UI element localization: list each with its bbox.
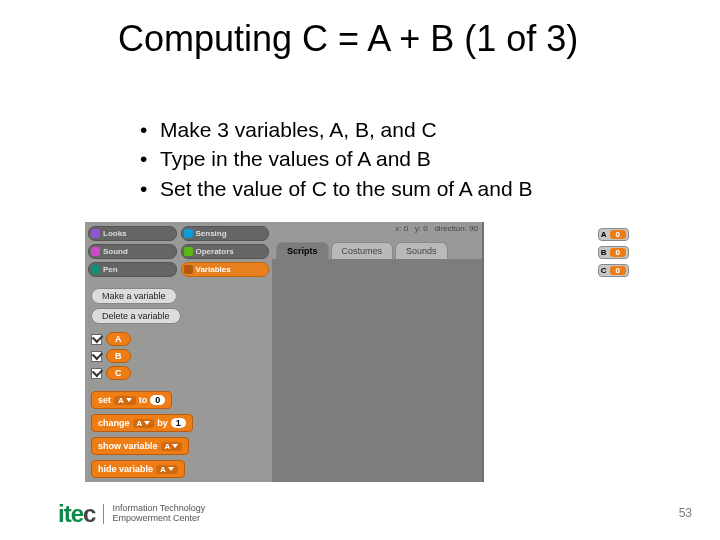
- variable-reporter[interactable]: C: [106, 366, 131, 380]
- variable-reporter[interactable]: A: [106, 332, 131, 346]
- variable-reporter[interactable]: B: [106, 349, 131, 363]
- monitor-value: 0: [610, 266, 626, 275]
- tab-sounds[interactable]: Sounds: [395, 242, 448, 259]
- logo-text: Information Technology Empowerment Cente…: [103, 504, 205, 524]
- show-var-dropdown[interactable]: A: [161, 442, 183, 451]
- delete-variable-button[interactable]: Delete a variable: [91, 308, 181, 324]
- set-block[interactable]: set A to 0: [91, 391, 172, 409]
- monitor-value: 0: [610, 230, 626, 239]
- editor-tabs: Scripts Costumes Sounds: [272, 242, 482, 259]
- slide: Computing C = A + B (1 of 3) Make 3 vari…: [0, 0, 720, 540]
- bullet-item: Make 3 variables, A, B, and C: [140, 115, 532, 144]
- stage-monitor[interactable]: B 0: [598, 246, 629, 259]
- footer-logo: itec Information Technology Empowerment …: [58, 500, 205, 528]
- bullet-list: Make 3 variables, A, B, and C Type in th…: [140, 115, 532, 203]
- slide-title: Computing C = A + B (1 of 3): [118, 18, 578, 60]
- stage: A 0 B 0 C 0: [482, 222, 635, 482]
- change-block[interactable]: change A by 1: [91, 414, 193, 432]
- change-value-input[interactable]: 1: [171, 418, 186, 428]
- hide-var-dropdown[interactable]: A: [156, 465, 178, 474]
- monitor-label: C: [601, 266, 607, 275]
- bullet-item: Type in the values of A and B: [140, 144, 532, 173]
- stage-monitor[interactable]: C 0: [598, 264, 629, 277]
- scratch-screenshot: Looks Sensing Sound Operators Pen Variab…: [85, 222, 635, 482]
- category-sound[interactable]: Sound: [88, 244, 177, 259]
- variable-checkbox[interactable]: [91, 351, 102, 362]
- category-pen[interactable]: Pen: [88, 262, 177, 277]
- category-sensing[interactable]: Sensing: [181, 226, 270, 241]
- variable-list: A B C: [85, 328, 272, 389]
- bullet-item: Set the value of C to the sum of A and B: [140, 174, 532, 203]
- sprite-header: x: 0 y: 0 direction: 90: [272, 222, 482, 242]
- change-var-dropdown[interactable]: A: [133, 419, 155, 428]
- variable-row: C: [91, 366, 266, 380]
- variable-checkbox[interactable]: [91, 334, 102, 345]
- logo-mark: itec: [58, 500, 95, 528]
- sprite-info: x: 0 y: 0 direction: 90: [395, 224, 478, 233]
- page-number: 53: [679, 506, 692, 520]
- set-var-dropdown[interactable]: A: [114, 396, 136, 405]
- show-variable-block[interactable]: show variable A: [91, 437, 189, 455]
- scripts-column: x: 0 y: 0 direction: 90 Scripts Costumes…: [272, 222, 482, 482]
- category-looks[interactable]: Looks: [88, 226, 177, 241]
- tab-scripts[interactable]: Scripts: [276, 242, 329, 259]
- category-operators[interactable]: Operators: [181, 244, 270, 259]
- stage-monitor[interactable]: A 0: [598, 228, 629, 241]
- category-variables[interactable]: Variables: [181, 262, 270, 277]
- scripts-area[interactable]: [272, 259, 482, 477]
- tab-costumes[interactable]: Costumes: [331, 242, 394, 259]
- category-selector: Looks Sensing Sound Operators Pen Variab…: [85, 222, 272, 286]
- variable-row: B: [91, 349, 266, 363]
- variable-checkbox[interactable]: [91, 368, 102, 379]
- monitor-value: 0: [610, 248, 626, 257]
- monitor-label: B: [601, 248, 607, 257]
- set-value-input[interactable]: 0: [150, 395, 165, 405]
- hide-variable-block[interactable]: hide variable A: [91, 460, 185, 478]
- palette-column: Looks Sensing Sound Operators Pen Variab…: [85, 222, 272, 482]
- make-variable-button[interactable]: Make a variable: [91, 288, 177, 304]
- block-palette: set A to 0 change A by 1 show variable A…: [85, 389, 272, 485]
- variable-row: A: [91, 332, 266, 346]
- monitor-label: A: [601, 230, 607, 239]
